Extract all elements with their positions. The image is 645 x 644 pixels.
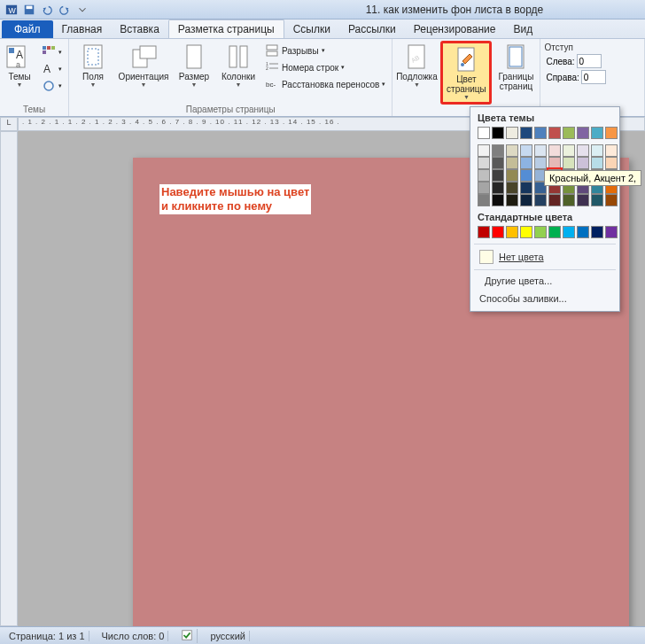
color-swatch[interactable]: [605, 194, 618, 206]
qat-customize-icon[interactable]: [74, 2, 90, 18]
columns-button[interactable]: Колонки▼: [218, 41, 259, 89]
color-swatch[interactable]: [520, 182, 532, 194]
color-swatch[interactable]: [605, 127, 618, 139]
color-swatch[interactable]: [506, 157, 518, 169]
tab-page-layout[interactable]: Разметка страницы: [168, 19, 284, 38]
color-swatch[interactable]: [591, 157, 603, 169]
theme-colors-button[interactable]: ▾: [39, 44, 65, 60]
indent-left-input[interactable]: [577, 54, 602, 68]
color-swatch[interactable]: [520, 144, 532, 157]
color-swatch[interactable]: [605, 157, 618, 169]
color-swatch[interactable]: [478, 144, 490, 157]
color-swatch[interactable]: [605, 226, 618, 238]
color-swatch[interactable]: [506, 226, 518, 238]
color-swatch[interactable]: [563, 144, 575, 157]
color-swatch[interactable]: [605, 144, 618, 157]
color-swatch[interactable]: [506, 194, 518, 206]
fill-effects-item[interactable]: Способы заливки...: [474, 290, 616, 307]
status-spellcheck[interactable]: [177, 629, 198, 643]
save-icon[interactable]: [21, 2, 37, 18]
color-swatch[interactable]: [478, 169, 490, 182]
redo-icon[interactable]: [57, 2, 73, 18]
orientation-button[interactable]: Ориентация▼: [117, 41, 170, 89]
color-swatch[interactable]: [577, 144, 589, 157]
color-swatch[interactable]: [534, 127, 547, 139]
color-swatch[interactable]: [520, 169, 532, 182]
size-button[interactable]: Размер▼: [174, 41, 214, 89]
color-swatch[interactable]: [520, 226, 532, 238]
color-swatch[interactable]: [548, 127, 561, 139]
color-swatch[interactable]: [577, 127, 589, 139]
color-swatch[interactable]: [577, 157, 589, 169]
color-swatch[interactable]: [577, 194, 589, 206]
color-swatch[interactable]: [492, 226, 504, 238]
tab-view[interactable]: Вид: [504, 20, 541, 38]
color-swatch[interactable]: [548, 226, 561, 238]
color-swatch[interactable]: [506, 169, 518, 182]
hyphenation-button[interactable]: bc-Расстановка переносов▾: [262, 76, 388, 92]
more-colors-item[interactable]: Другие цвета...: [474, 272, 616, 290]
color-swatch[interactable]: [591, 194, 603, 206]
color-swatch[interactable]: [563, 194, 575, 206]
color-swatch[interactable]: [492, 144, 504, 157]
color-swatch[interactable]: [548, 194, 561, 206]
color-swatch[interactable]: [534, 226, 547, 238]
color-swatch[interactable]: [563, 127, 575, 139]
color-swatch[interactable]: [478, 226, 490, 238]
color-swatch[interactable]: [492, 157, 504, 169]
color-swatch[interactable]: [563, 157, 575, 169]
tab-insert[interactable]: Вставка: [111, 20, 168, 38]
status-language[interactable]: русский: [206, 631, 249, 641]
svg-rect-22: [267, 51, 277, 56]
themes-icon: Aa: [5, 43, 34, 71]
color-swatch[interactable]: [534, 194, 547, 206]
color-swatch[interactable]: [591, 127, 603, 139]
color-swatch[interactable]: [534, 144, 547, 157]
color-swatch[interactable]: [506, 144, 518, 157]
page-color-button[interactable]: Цвет страницы▼: [440, 41, 492, 105]
color-swatch[interactable]: [563, 226, 575, 238]
page-borders-button[interactable]: Границы страниц: [495, 41, 536, 93]
color-swatch[interactable]: [478, 157, 490, 169]
color-swatch[interactable]: [548, 157, 561, 169]
tab-home[interactable]: Главная: [53, 20, 112, 38]
breaks-button[interactable]: Разрывы▾: [262, 43, 388, 58]
tab-review[interactable]: Рецензирование: [405, 20, 505, 38]
color-swatch[interactable]: [506, 127, 518, 139]
color-swatch[interactable]: [591, 226, 603, 238]
tab-file[interactable]: Файл: [2, 20, 53, 38]
svg-rect-18: [187, 45, 201, 68]
status-page[interactable]: Страница: 1 из 1: [5, 631, 89, 641]
color-swatch[interactable]: [478, 182, 490, 194]
undo-icon[interactable]: [39, 2, 55, 18]
color-swatch[interactable]: [520, 157, 532, 169]
tab-mailings[interactable]: Рассылки: [339, 20, 405, 38]
line-numbers-button[interactable]: 12Номера строк▾: [262, 59, 388, 75]
color-swatch[interactable]: [478, 127, 490, 139]
word-app-icon[interactable]: W: [4, 2, 19, 18]
orientation-icon: [129, 43, 158, 71]
color-swatch[interactable]: [591, 144, 603, 157]
color-swatch[interactable]: [506, 182, 518, 194]
color-swatch[interactable]: [520, 194, 532, 206]
tab-references[interactable]: Ссылки: [284, 20, 339, 38]
color-swatch[interactable]: [478, 194, 490, 206]
color-swatch[interactable]: [492, 169, 504, 182]
svg-text:A: A: [43, 63, 51, 75]
no-color-item[interactable]: Нет цвета: [474, 246, 616, 268]
color-swatch[interactable]: [492, 194, 504, 206]
status-words[interactable]: Число слов: 0: [98, 631, 169, 641]
color-swatch[interactable]: [492, 182, 504, 194]
color-swatch[interactable]: [492, 127, 504, 139]
margins-button[interactable]: Поля▼: [73, 41, 113, 89]
watermark-button[interactable]: AB Подложка▼: [396, 41, 437, 89]
theme-effects-button[interactable]: ▾: [39, 78, 65, 94]
color-swatch[interactable]: [548, 144, 561, 157]
themes-button[interactable]: Aa Темы ▼: [4, 41, 35, 89]
color-swatch[interactable]: [534, 157, 547, 169]
theme-fonts-button[interactable]: A▾: [39, 61, 65, 77]
indent-right-input[interactable]: [581, 70, 606, 84]
color-swatch[interactable]: [577, 226, 589, 238]
color-swatch[interactable]: [520, 127, 532, 139]
vertical-ruler[interactable]: [0, 131, 18, 626]
